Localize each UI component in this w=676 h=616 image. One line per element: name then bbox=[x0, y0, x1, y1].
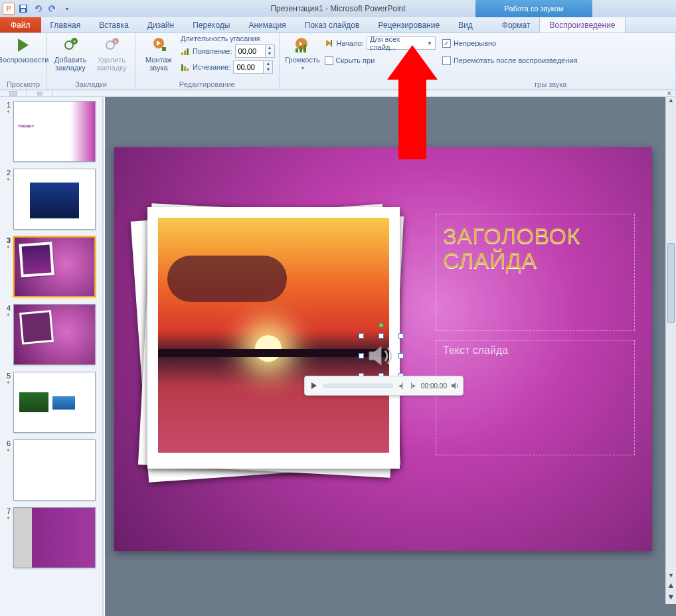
group-preview: Воспроизвести Просмотр bbox=[0, 33, 47, 90]
tab-animations[interactable]: Анимация bbox=[239, 17, 295, 33]
fade-in-input[interactable] bbox=[236, 45, 265, 57]
title-bar: P ▾ Презентация1 - Microsoft PowerPoint … bbox=[0, 0, 676, 17]
resize-handle[interactable] bbox=[398, 333, 404, 339]
tab-file[interactable]: Файл bbox=[0, 17, 41, 33]
tab-design[interactable]: Дизайн bbox=[138, 17, 183, 33]
svg-rect-13 bbox=[187, 48, 189, 55]
fade-title: Длительность угасания bbox=[181, 35, 275, 42]
play-preview-button[interactable]: Воспроизвести bbox=[4, 35, 42, 64]
add-bookmark-icon: + bbox=[61, 36, 80, 54]
thumb-3[interactable] bbox=[13, 236, 96, 297]
thumb-row[interactable]: 1✦ TRENDY bbox=[3, 101, 100, 162]
scroll-down-icon[interactable]: ▼ bbox=[666, 572, 676, 583]
group-audio-options-label: тры звука bbox=[284, 80, 671, 90]
svg-text:×: × bbox=[114, 38, 118, 44]
volume-button[interactable]: Громкость ▾ bbox=[284, 35, 322, 71]
group-bookmarks-label: Закладки bbox=[51, 80, 131, 90]
vertical-scrollbar[interactable]: ▲ ▼ ⯅ ⯆ bbox=[665, 97, 676, 604]
undo-icon[interactable] bbox=[32, 3, 44, 15]
group-audio-options: Громкость ▾ Начало: Для всех слайд... ▼ … bbox=[280, 33, 676, 90]
svg-rect-12 bbox=[184, 50, 186, 55]
tab-slideshow[interactable]: Показ слайдов bbox=[296, 17, 369, 33]
thumb-4[interactable] bbox=[13, 304, 96, 365]
resize-handle[interactable] bbox=[379, 333, 384, 339]
thumb-row[interactable]: 5✦ bbox=[3, 372, 100, 433]
rotate-handle[interactable] bbox=[379, 323, 384, 328]
subtitle-placeholder[interactable]: Текст слайда bbox=[436, 340, 635, 455]
start-icon bbox=[325, 38, 334, 48]
app-icon[interactable]: P bbox=[3, 3, 15, 15]
svg-rect-20 bbox=[303, 44, 306, 52]
fade-in-icon bbox=[181, 46, 190, 56]
slide-subtitle: Текст слайда bbox=[443, 345, 628, 356]
thumb-row[interactable]: 4✦ bbox=[3, 304, 100, 365]
trim-audio-button[interactable]: Монтаж звука bbox=[139, 35, 178, 72]
prev-slide-icon[interactable]: ⯅ bbox=[666, 583, 676, 593]
add-bookmark-label: Добавить закладку bbox=[51, 56, 90, 72]
thumb-2[interactable] bbox=[13, 169, 96, 230]
svg-rect-15 bbox=[184, 66, 186, 71]
loop-checkbox[interactable]: ✓ bbox=[442, 39, 451, 48]
svg-rect-21 bbox=[9, 91, 17, 96]
fade-out-input[interactable] bbox=[234, 61, 263, 73]
slide[interactable]: ◂| |▸ 00:00.00 ЗАГОЛОВОК СЛАЙДА Текст сл… bbox=[114, 147, 652, 551]
hide-label: Скрыть при bbox=[336, 56, 375, 64]
slides-tab-icon[interactable] bbox=[0, 90, 27, 97]
scroll-up-icon[interactable]: ▲ bbox=[666, 97, 676, 108]
audio-object[interactable] bbox=[360, 335, 402, 377]
tab-insert[interactable]: Вставка bbox=[90, 17, 138, 33]
fade-out-label: Исчезание: bbox=[193, 63, 230, 71]
remove-bookmark-button[interactable]: × Удалить закладку bbox=[92, 35, 131, 72]
audio-play-button[interactable] bbox=[309, 380, 319, 391]
tab-review[interactable]: Рецензирование bbox=[369, 17, 449, 33]
add-bookmark-button[interactable]: + Добавить закладку bbox=[51, 35, 90, 72]
thumb-5[interactable] bbox=[13, 372, 96, 433]
fade-out-spinner[interactable]: ▲▼ bbox=[233, 60, 273, 74]
svg-rect-11 bbox=[181, 52, 183, 55]
outline-tab-icon[interactable] bbox=[27, 90, 53, 97]
svg-rect-14 bbox=[181, 64, 183, 71]
svg-rect-10 bbox=[162, 47, 166, 51]
tab-transitions[interactable]: Переходы bbox=[183, 17, 239, 33]
hide-checkbox[interactable] bbox=[325, 56, 333, 65]
tab-view[interactable]: Вид bbox=[449, 17, 482, 33]
play-preview-label: Воспроизвести bbox=[0, 56, 48, 64]
svg-text:+: + bbox=[73, 38, 76, 44]
ribbon-tabs: Файл Главная Вставка Дизайн Переходы Ани… bbox=[0, 17, 676, 33]
thumb-1[interactable]: TRENDY bbox=[13, 101, 96, 162]
photo-stack[interactable] bbox=[130, 194, 409, 473]
resize-handle[interactable] bbox=[398, 353, 404, 358]
fade-in-spinner[interactable]: ▲▼ bbox=[235, 44, 275, 58]
play-icon bbox=[14, 36, 33, 54]
svg-rect-16 bbox=[187, 68, 189, 71]
next-slide-icon[interactable]: ⯆ bbox=[666, 593, 676, 604]
tab-playback[interactable]: Воспроизведение bbox=[539, 17, 625, 33]
group-bookmarks: + Добавить закладку × Удалить закладку З… bbox=[47, 33, 135, 90]
qat-more-icon[interactable]: ▾ bbox=[61, 3, 73, 15]
thumb-row[interactable]: 7✦ bbox=[3, 507, 100, 568]
audio-next-icon[interactable]: |▸ bbox=[409, 382, 417, 390]
thumbnail-pane[interactable]: 1✦ TRENDY 2✦ 3✦ 4✦ 5✦ 6✦ 7✦ bbox=[0, 97, 104, 616]
tab-home[interactable]: Главная bbox=[41, 17, 90, 33]
trim-audio-icon bbox=[149, 36, 168, 54]
rewind-checkbox[interactable] bbox=[442, 56, 451, 65]
redo-icon[interactable] bbox=[46, 3, 58, 15]
title-placeholder[interactable]: ЗАГОЛОВОК СЛАЙДА bbox=[436, 214, 635, 331]
resize-handle[interactable] bbox=[359, 333, 364, 339]
thumb-7[interactable] bbox=[13, 507, 96, 568]
thumb-row[interactable]: 6✦ bbox=[3, 439, 100, 501]
audio-track[interactable] bbox=[323, 384, 393, 388]
scrollbar-thumb[interactable] bbox=[667, 243, 675, 323]
slide-canvas-area: ◂| |▸ 00:00.00 ЗАГОЛОВОК СЛАЙДА Текст сл… bbox=[105, 97, 676, 616]
close-pane-icon[interactable]: ✕ bbox=[663, 90, 676, 97]
save-icon[interactable] bbox=[17, 3, 29, 15]
resize-handle[interactable] bbox=[359, 353, 364, 358]
audio-prev-icon[interactable]: ◂| bbox=[397, 382, 405, 390]
photo-sunset bbox=[158, 218, 389, 453]
thumb-row[interactable]: 2✦ bbox=[3, 169, 100, 230]
svg-rect-1 bbox=[21, 5, 26, 8]
rewind-label: Перемотать после воспроизведения bbox=[454, 56, 578, 64]
thumb-row[interactable]: 3✦ bbox=[3, 236, 100, 297]
thumb-6[interactable] bbox=[13, 439, 96, 501]
tab-format[interactable]: Формат bbox=[493, 17, 540, 33]
